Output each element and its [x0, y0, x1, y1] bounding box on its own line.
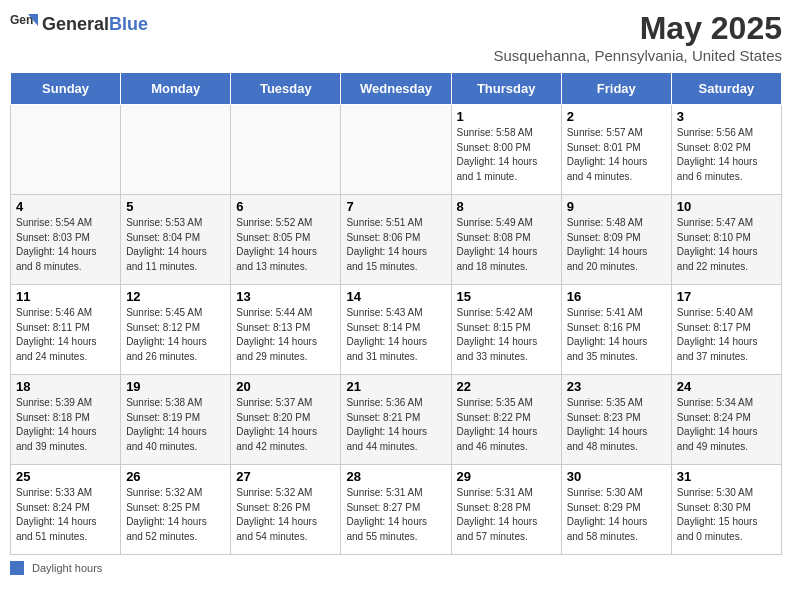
cell-info: Sunrise: 5:35 AM Sunset: 8:23 PM Dayligh…	[567, 396, 666, 454]
date-number: 21	[346, 379, 445, 394]
cell-info: Sunrise: 5:31 AM Sunset: 8:28 PM Dayligh…	[457, 486, 556, 544]
calendar-cell	[231, 105, 341, 195]
footer: Daylight hours	[10, 561, 782, 575]
cell-info: Sunrise: 5:54 AM Sunset: 8:03 PM Dayligh…	[16, 216, 115, 274]
main-title: May 2025	[493, 10, 782, 47]
date-number: 3	[677, 109, 776, 124]
calendar-week-2: 4Sunrise: 5:54 AM Sunset: 8:03 PM Daylig…	[11, 195, 782, 285]
cell-info: Sunrise: 5:30 AM Sunset: 8:30 PM Dayligh…	[677, 486, 776, 544]
calendar-cell: 29Sunrise: 5:31 AM Sunset: 8:28 PM Dayli…	[451, 465, 561, 555]
calendar-week-1: 1Sunrise: 5:58 AM Sunset: 8:00 PM Daylig…	[11, 105, 782, 195]
date-number: 27	[236, 469, 335, 484]
cell-info: Sunrise: 5:30 AM Sunset: 8:29 PM Dayligh…	[567, 486, 666, 544]
calendar-cell: 8Sunrise: 5:49 AM Sunset: 8:08 PM Daylig…	[451, 195, 561, 285]
legend-color-box	[10, 561, 24, 575]
date-number: 18	[16, 379, 115, 394]
cell-info: Sunrise: 5:32 AM Sunset: 8:25 PM Dayligh…	[126, 486, 225, 544]
cell-info: Sunrise: 5:36 AM Sunset: 8:21 PM Dayligh…	[346, 396, 445, 454]
date-number: 2	[567, 109, 666, 124]
date-number: 15	[457, 289, 556, 304]
logo-general: General	[42, 14, 109, 34]
cell-info: Sunrise: 5:47 AM Sunset: 8:10 PM Dayligh…	[677, 216, 776, 274]
cell-info: Sunrise: 5:57 AM Sunset: 8:01 PM Dayligh…	[567, 126, 666, 184]
date-number: 31	[677, 469, 776, 484]
date-number: 25	[16, 469, 115, 484]
calendar-table: Sunday Monday Tuesday Wednesday Thursday…	[10, 72, 782, 555]
calendar-cell: 6Sunrise: 5:52 AM Sunset: 8:05 PM Daylig…	[231, 195, 341, 285]
header-row: Sunday Monday Tuesday Wednesday Thursday…	[11, 73, 782, 105]
cell-info: Sunrise: 5:48 AM Sunset: 8:09 PM Dayligh…	[567, 216, 666, 274]
calendar-cell	[121, 105, 231, 195]
date-number: 5	[126, 199, 225, 214]
date-number: 10	[677, 199, 776, 214]
legend-label: Daylight hours	[32, 562, 102, 574]
date-number: 13	[236, 289, 335, 304]
date-number: 17	[677, 289, 776, 304]
cell-info: Sunrise: 5:52 AM Sunset: 8:05 PM Dayligh…	[236, 216, 335, 274]
date-number: 1	[457, 109, 556, 124]
date-number: 4	[16, 199, 115, 214]
date-number: 29	[457, 469, 556, 484]
cell-info: Sunrise: 5:31 AM Sunset: 8:27 PM Dayligh…	[346, 486, 445, 544]
calendar-cell: 15Sunrise: 5:42 AM Sunset: 8:15 PM Dayli…	[451, 285, 561, 375]
date-number: 22	[457, 379, 556, 394]
cell-info: Sunrise: 5:45 AM Sunset: 8:12 PM Dayligh…	[126, 306, 225, 364]
calendar-cell: 7Sunrise: 5:51 AM Sunset: 8:06 PM Daylig…	[341, 195, 451, 285]
date-number: 12	[126, 289, 225, 304]
col-thursday: Thursday	[451, 73, 561, 105]
logo: Gen GeneralBlue	[10, 10, 148, 38]
col-wednesday: Wednesday	[341, 73, 451, 105]
date-number: 14	[346, 289, 445, 304]
cell-info: Sunrise: 5:34 AM Sunset: 8:24 PM Dayligh…	[677, 396, 776, 454]
title-area: May 2025 Susquehanna, Pennsylvania, Unit…	[493, 10, 782, 64]
cell-info: Sunrise: 5:39 AM Sunset: 8:18 PM Dayligh…	[16, 396, 115, 454]
calendar-cell: 4Sunrise: 5:54 AM Sunset: 8:03 PM Daylig…	[11, 195, 121, 285]
cell-info: Sunrise: 5:32 AM Sunset: 8:26 PM Dayligh…	[236, 486, 335, 544]
cell-info: Sunrise: 5:33 AM Sunset: 8:24 PM Dayligh…	[16, 486, 115, 544]
calendar-cell: 20Sunrise: 5:37 AM Sunset: 8:20 PM Dayli…	[231, 375, 341, 465]
date-number: 19	[126, 379, 225, 394]
col-monday: Monday	[121, 73, 231, 105]
calendar-cell: 21Sunrise: 5:36 AM Sunset: 8:21 PM Dayli…	[341, 375, 451, 465]
col-friday: Friday	[561, 73, 671, 105]
date-number: 24	[677, 379, 776, 394]
page-container: Gen GeneralBlue May 2025 Susquehanna, Pe…	[10, 10, 782, 575]
date-number: 20	[236, 379, 335, 394]
calendar-cell	[341, 105, 451, 195]
calendar-cell: 10Sunrise: 5:47 AM Sunset: 8:10 PM Dayli…	[671, 195, 781, 285]
calendar-cell: 22Sunrise: 5:35 AM Sunset: 8:22 PM Dayli…	[451, 375, 561, 465]
calendar-cell: 3Sunrise: 5:56 AM Sunset: 8:02 PM Daylig…	[671, 105, 781, 195]
calendar-cell: 12Sunrise: 5:45 AM Sunset: 8:12 PM Dayli…	[121, 285, 231, 375]
date-number: 9	[567, 199, 666, 214]
cell-info: Sunrise: 5:46 AM Sunset: 8:11 PM Dayligh…	[16, 306, 115, 364]
calendar-cell: 2Sunrise: 5:57 AM Sunset: 8:01 PM Daylig…	[561, 105, 671, 195]
date-number: 23	[567, 379, 666, 394]
cell-info: Sunrise: 5:58 AM Sunset: 8:00 PM Dayligh…	[457, 126, 556, 184]
cell-info: Sunrise: 5:43 AM Sunset: 8:14 PM Dayligh…	[346, 306, 445, 364]
date-number: 26	[126, 469, 225, 484]
cell-info: Sunrise: 5:40 AM Sunset: 8:17 PM Dayligh…	[677, 306, 776, 364]
date-number: 30	[567, 469, 666, 484]
cell-info: Sunrise: 5:42 AM Sunset: 8:15 PM Dayligh…	[457, 306, 556, 364]
calendar-cell: 5Sunrise: 5:53 AM Sunset: 8:04 PM Daylig…	[121, 195, 231, 285]
header: Gen GeneralBlue May 2025 Susquehanna, Pe…	[10, 10, 782, 64]
date-number: 16	[567, 289, 666, 304]
cell-info: Sunrise: 5:41 AM Sunset: 8:16 PM Dayligh…	[567, 306, 666, 364]
calendar-cell: 1Sunrise: 5:58 AM Sunset: 8:00 PM Daylig…	[451, 105, 561, 195]
calendar-week-3: 11Sunrise: 5:46 AM Sunset: 8:11 PM Dayli…	[11, 285, 782, 375]
col-tuesday: Tuesday	[231, 73, 341, 105]
calendar-week-5: 25Sunrise: 5:33 AM Sunset: 8:24 PM Dayli…	[11, 465, 782, 555]
subtitle: Susquehanna, Pennsylvania, United States	[493, 47, 782, 64]
cell-info: Sunrise: 5:35 AM Sunset: 8:22 PM Dayligh…	[457, 396, 556, 454]
logo-text: GeneralBlue	[42, 14, 148, 35]
cell-info: Sunrise: 5:56 AM Sunset: 8:02 PM Dayligh…	[677, 126, 776, 184]
cell-info: Sunrise: 5:44 AM Sunset: 8:13 PM Dayligh…	[236, 306, 335, 364]
cell-info: Sunrise: 5:53 AM Sunset: 8:04 PM Dayligh…	[126, 216, 225, 274]
calendar-cell: 13Sunrise: 5:44 AM Sunset: 8:13 PM Dayli…	[231, 285, 341, 375]
calendar-cell: 24Sunrise: 5:34 AM Sunset: 8:24 PM Dayli…	[671, 375, 781, 465]
calendar-cell: 17Sunrise: 5:40 AM Sunset: 8:17 PM Dayli…	[671, 285, 781, 375]
date-number: 28	[346, 469, 445, 484]
calendar-cell: 18Sunrise: 5:39 AM Sunset: 8:18 PM Dayli…	[11, 375, 121, 465]
calendar-week-4: 18Sunrise: 5:39 AM Sunset: 8:18 PM Dayli…	[11, 375, 782, 465]
logo-blue: Blue	[109, 14, 148, 34]
